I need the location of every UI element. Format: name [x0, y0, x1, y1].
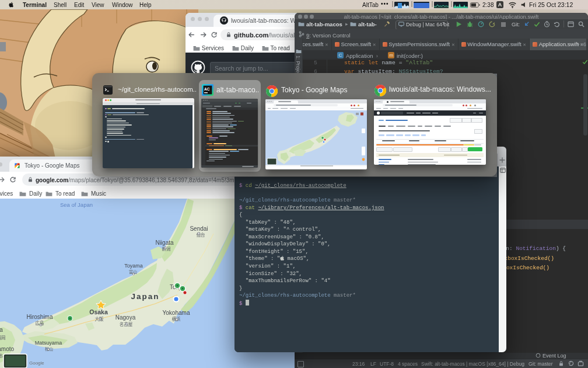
svg-text:Nagoya: Nagoya [116, 314, 136, 321]
svg-text:Osaka: Osaka [89, 308, 108, 315]
svg-text:AC: AC [204, 87, 210, 91]
svg-text:熊本: 熊本 [0, 353, 4, 359]
svg-text:Matsuyama: Matsuyama [35, 340, 62, 346]
svg-text:松山: 松山 [45, 346, 53, 352]
svg-text:富山: 富山 [129, 269, 137, 275]
svg-text:Sea of Japan: Sea of Japan [60, 202, 93, 208]
svg-text:名古屋: 名古屋 [120, 321, 133, 327]
svg-text:Toyama: Toyama [124, 263, 143, 269]
svg-text:Yokohama: Yokohama [163, 310, 190, 316]
svg-text:新潟: 新潟 [162, 246, 171, 252]
svg-text:Sendai: Sendai [190, 225, 208, 232]
svg-text:福岡: 福岡 [0, 335, 6, 341]
svg-text:大阪: 大阪 [95, 316, 104, 322]
svg-text:横浜: 横浜 [172, 316, 181, 322]
svg-text:仙台: 仙台 [197, 232, 205, 238]
svg-text:mamoto: mamoto [0, 346, 14, 352]
svg-text:広島: 広島 [36, 320, 44, 326]
svg-text:uoka: uoka [0, 327, 3, 333]
svg-text:Google: Google [29, 360, 44, 366]
svg-text:Niigata: Niigata [155, 239, 174, 246]
svg-text:Hiroshima: Hiroshima [26, 314, 52, 320]
svg-text:Japan: Japan [131, 292, 159, 301]
